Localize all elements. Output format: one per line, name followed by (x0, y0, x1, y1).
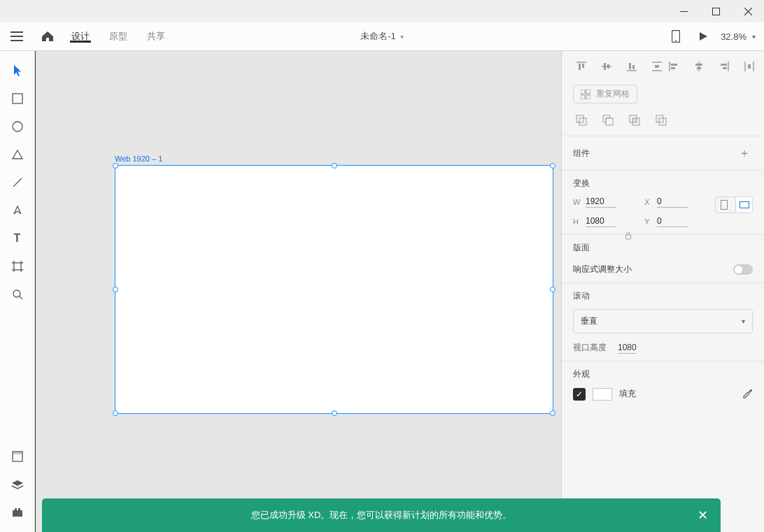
tool-line[interactable] (0, 168, 35, 196)
align-bottom-button[interactable] (623, 58, 640, 75)
svg-rect-27 (581, 89, 585, 94)
section-components-header: 组件 (573, 148, 590, 159)
window-minimize-button[interactable] (667, 0, 700, 22)
boolean-exclude-icon (656, 115, 667, 126)
align-left-button[interactable] (665, 58, 682, 75)
document-title-text: 未命名-1 (360, 30, 396, 43)
x-label: X (644, 198, 653, 206)
play-icon (698, 31, 708, 41)
responsive-resize-toggle[interactable] (733, 264, 753, 275)
svg-rect-10 (13, 510, 22, 517)
chevron-down-icon: ▾ (752, 33, 756, 41)
align-hcenter-icon (694, 62, 704, 71)
tab-design[interactable]: 设计 (62, 30, 99, 43)
boolean-subtract-icon (602, 115, 614, 126)
landscape-icon (740, 201, 749, 208)
resize-handle-tr[interactable] (550, 163, 556, 168)
boolean-intersect-button[interactable] (626, 112, 643, 129)
zoom-dropdown[interactable]: 32.8% ▾ (721, 31, 756, 42)
window-maximize-button[interactable] (700, 0, 732, 22)
fill-color-swatch[interactable] (593, 388, 612, 401)
window-close-button[interactable] (732, 0, 764, 22)
boolean-exclude-button[interactable] (653, 112, 670, 129)
height-input[interactable]: 1080 (586, 216, 616, 227)
add-component-button[interactable]: ＋ (736, 145, 753, 161)
svg-rect-9 (13, 452, 22, 454)
resize-handle-tc[interactable] (332, 163, 337, 168)
artboard-icon (12, 261, 23, 272)
resize-handle-bl[interactable] (113, 410, 118, 416)
svg-rect-0 (680, 11, 688, 12)
window-titlebar (0, 0, 764, 22)
section-scroll-header: 滚动 (573, 290, 590, 302)
document-title[interactable]: 未命名-1 ▾ (360, 30, 404, 43)
svg-rect-15 (604, 63, 606, 70)
play-preview-button[interactable] (693, 31, 714, 41)
toast-close-button[interactable]: ✕ (698, 508, 708, 523)
orientation-toggle (715, 196, 753, 213)
magnifier-icon (12, 289, 23, 300)
artboard-label[interactable]: Web 1920 – 1 (115, 154, 162, 163)
viewport-height-label: 视口高度 (573, 342, 607, 354)
svg-rect-40 (721, 201, 728, 210)
resize-handle-tl[interactable] (113, 163, 118, 168)
svg-rect-13 (579, 64, 581, 70)
tool-text[interactable]: T (0, 224, 35, 252)
tool-artboard[interactable] (0, 252, 35, 280)
align-vcenter-button[interactable] (598, 58, 615, 75)
orientation-landscape-button[interactable] (735, 197, 752, 213)
properties-panel: 重复网格 组件 ＋ 变换 W1920 (561, 51, 764, 532)
panel-plugins[interactable] (0, 498, 35, 526)
scroll-direction-select[interactable]: 垂直 ▾ (573, 309, 753, 333)
boolean-subtract-button[interactable] (600, 112, 616, 129)
eyedropper-button[interactable] (742, 387, 753, 401)
x-input[interactable]: 0 (657, 196, 688, 208)
panel-assets[interactable] (0, 443, 35, 470)
canvas[interactable]: Web 1920 – 1 (35, 51, 561, 532)
main-menu-button[interactable] (0, 31, 34, 41)
repeat-grid-button[interactable]: 重复网格 (573, 85, 637, 103)
align-top-button[interactable] (573, 58, 590, 75)
svg-rect-26 (748, 64, 751, 69)
tool-rectangle[interactable] (0, 85, 35, 113)
panel-layers[interactable] (0, 470, 35, 498)
tool-pen[interactable] (0, 196, 35, 224)
fill-enabled-checkbox[interactable]: ✓ (573, 388, 586, 401)
distribute-v-button[interactable] (649, 58, 665, 75)
text-icon: T (14, 232, 21, 245)
svg-rect-16 (607, 64, 609, 69)
rectangle-icon (12, 93, 23, 104)
maximize-icon (712, 8, 720, 15)
zoom-value: 32.8% (721, 31, 747, 42)
tool-zoom[interactable] (0, 280, 35, 308)
home-button[interactable] (34, 31, 62, 42)
width-label: W (573, 198, 581, 206)
device-preview-button[interactable] (666, 30, 686, 43)
svg-rect-12 (18, 508, 20, 510)
orientation-portrait-button[interactable] (716, 197, 733, 213)
resize-handle-ml[interactable] (113, 287, 118, 292)
distribute-h-button[interactable] (741, 58, 758, 75)
tab-share[interactable]: 共享 (137, 30, 175, 43)
viewport-height-input[interactable]: 1080 (618, 343, 637, 354)
y-input[interactable]: 0 (657, 216, 688, 227)
svg-point-5 (13, 122, 22, 131)
artboard[interactable] (115, 165, 553, 414)
align-right-button[interactable] (716, 58, 733, 75)
boolean-add-button[interactable] (573, 112, 590, 129)
align-hcenter-button[interactable] (691, 58, 707, 75)
lock-aspect-icon[interactable] (625, 231, 632, 240)
resize-handle-bc[interactable] (332, 410, 337, 416)
align-vcenter-icon (602, 62, 611, 71)
resize-handle-mr[interactable] (550, 287, 556, 292)
tool-polygon[interactable] (0, 141, 35, 168)
tool-ellipse[interactable] (0, 113, 35, 141)
boolean-add-icon (576, 115, 587, 126)
resize-handle-br[interactable] (550, 410, 556, 416)
width-input[interactable]: 1920 (586, 196, 616, 208)
responsive-resize-label: 响应式调整大小 (573, 264, 632, 275)
y-label: Y (644, 217, 653, 226)
tool-select[interactable] (0, 57, 35, 85)
tab-prototype[interactable]: 原型 (99, 30, 137, 43)
pointer-icon (13, 64, 22, 77)
